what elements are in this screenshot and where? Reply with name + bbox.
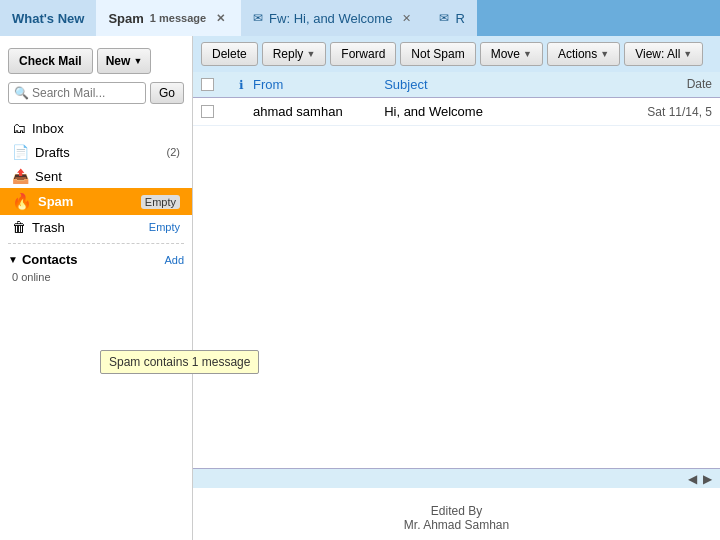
actions-label: Actions: [558, 47, 597, 61]
sidebar-top-buttons: Check Mail New ▼: [0, 40, 192, 82]
app-container: What's New Spam 1 message ✕ ✉ Fw: Hi, an…: [0, 0, 720, 540]
tooltip-box: Spam contains 1 message: [100, 350, 259, 374]
fw-icon: ✉: [253, 11, 263, 25]
footer-line2: Mr. Ahmad Samhan: [193, 518, 720, 532]
tab-fw-close[interactable]: ✕: [398, 10, 415, 27]
tab-spam-close[interactable]: ✕: [212, 10, 229, 27]
reply-arrow: ▼: [306, 49, 315, 59]
main-content: Delete Reply ▼ Forward Not Spam Move ▼ A…: [193, 36, 720, 540]
row-subject: Hi, and Welcome: [384, 104, 581, 119]
move-button[interactable]: Move ▼: [480, 42, 543, 66]
delete-button[interactable]: Delete: [201, 42, 258, 66]
folder-inbox-label: Inbox: [32, 121, 180, 136]
header-check: [201, 77, 229, 92]
folder-trash[interactable]: 🗑 Trash Empty: [0, 215, 192, 239]
tab-spam-badge: 1 message: [150, 12, 206, 24]
tab-fw[interactable]: ✉ Fw: Hi, and Welcome ✕: [241, 0, 427, 36]
main-area: Check Mail New ▼ 🔍 Go 🗂 Inbox: [0, 36, 720, 540]
folder-trash-label: Trash: [32, 220, 143, 235]
tab-whats-new-label: What's New: [12, 11, 84, 26]
scroll-left[interactable]: ◀: [688, 472, 697, 486]
new-button-arrow: ▼: [133, 56, 142, 66]
inbox-icon: 🗂: [12, 120, 26, 136]
info-icon: ℹ: [239, 78, 244, 92]
table-row[interactable]: ahmad samhan Hi, and Welcome Sat 11/14, …: [193, 98, 720, 126]
reply-button[interactable]: Reply ▼: [262, 42, 327, 66]
scroll-bar-area: ◀ ▶: [193, 468, 720, 488]
trash-icon: 🗑: [12, 219, 26, 235]
header-subject: Subject: [384, 77, 581, 92]
row-checkbox[interactable]: [201, 105, 214, 118]
contacts-triangle: ▼: [8, 254, 18, 265]
actions-button[interactable]: Actions ▼: [547, 42, 620, 66]
row-from: ahmad samhan: [253, 104, 384, 119]
contacts-add[interactable]: Add: [164, 254, 184, 266]
online-label: 0 online: [0, 271, 192, 283]
search-input-wrapper: 🔍: [8, 82, 146, 104]
folder-drafts[interactable]: 📄 Drafts (2): [0, 140, 192, 164]
sidebar: Check Mail New ▼ 🔍 Go 🗂 Inbox: [0, 36, 193, 540]
folder-sent[interactable]: 📤 Sent: [0, 164, 192, 188]
tab-r-label: R: [455, 11, 464, 26]
folder-divider: [8, 243, 184, 244]
contacts-label: Contacts: [22, 252, 78, 267]
folder-sent-label: Sent: [35, 169, 180, 184]
folder-inbox[interactable]: 🗂 Inbox: [0, 116, 192, 140]
scroll-right[interactable]: ▶: [703, 472, 712, 486]
search-bar: 🔍 Go: [0, 82, 192, 112]
folder-drafts-label: Drafts: [35, 145, 161, 160]
header-from: From: [253, 77, 384, 92]
email-list-header: ℹ From Subject Date: [193, 72, 720, 98]
reply-label: Reply: [273, 47, 304, 61]
tab-whats-new[interactable]: What's New: [0, 0, 96, 36]
folder-list: 🗂 Inbox 📄 Drafts (2) 📤 Sent 🔥 Spam Empty: [0, 112, 192, 287]
move-arrow: ▼: [523, 49, 532, 59]
search-icon: 🔍: [14, 86, 29, 100]
folder-spam-label: Spam: [38, 194, 135, 209]
drafts-icon: 📄: [12, 144, 29, 160]
search-input[interactable]: [32, 86, 140, 100]
tab-bar: What's New Spam 1 message ✕ ✉ Fw: Hi, an…: [0, 0, 720, 36]
move-label: Move: [491, 47, 520, 61]
folder-spam-empty[interactable]: Empty: [141, 195, 180, 209]
forward-button[interactable]: Forward: [330, 42, 396, 66]
header-flag: ℹ: [229, 77, 253, 92]
tab-spam[interactable]: Spam 1 message ✕: [96, 0, 241, 36]
new-button-label: New: [106, 54, 131, 68]
header-date: Date: [581, 77, 712, 92]
go-button[interactable]: Go: [150, 82, 184, 104]
contacts-section[interactable]: ▼ Contacts Add: [0, 248, 192, 271]
spam-icon: 🔥: [12, 192, 32, 211]
header-checkbox[interactable]: [201, 78, 214, 91]
r-icon: ✉: [439, 11, 449, 25]
new-button[interactable]: New ▼: [97, 48, 152, 74]
footer-line1: Edited By: [193, 504, 720, 518]
tab-spam-label: Spam: [108, 11, 143, 26]
view-all-button[interactable]: View: All ▼: [624, 42, 703, 66]
tab-r[interactable]: ✉ R: [427, 0, 476, 36]
row-check: [201, 105, 229, 118]
actions-arrow: ▼: [600, 49, 609, 59]
toolbar: Delete Reply ▼ Forward Not Spam Move ▼ A…: [193, 36, 720, 72]
check-mail-button[interactable]: Check Mail: [8, 48, 93, 74]
footer: Edited By Mr. Ahmad Samhan: [193, 488, 720, 540]
folder-drafts-badge: (2): [167, 146, 180, 158]
sent-icon: 📤: [12, 168, 29, 184]
folder-trash-empty[interactable]: Empty: [149, 221, 180, 233]
not-spam-button[interactable]: Not Spam: [400, 42, 475, 66]
folder-spam[interactable]: 🔥 Spam Empty: [0, 188, 192, 215]
row-date: Sat 11/14, 5: [581, 105, 712, 119]
email-list: ℹ From Subject Date ahmad samhan Hi, and…: [193, 72, 720, 468]
tab-fw-label: Fw: Hi, and Welcome: [269, 11, 392, 26]
view-all-label: View: All: [635, 47, 680, 61]
view-all-arrow: ▼: [683, 49, 692, 59]
